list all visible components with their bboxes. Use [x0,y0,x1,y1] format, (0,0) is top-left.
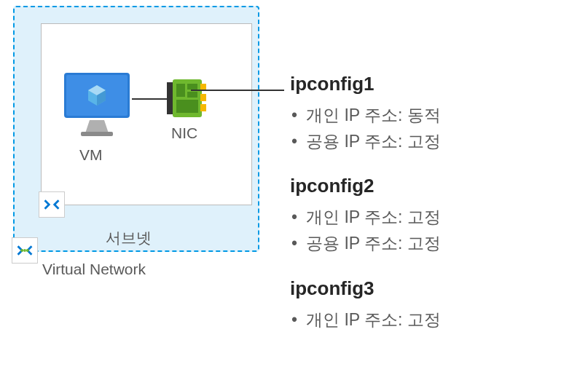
ipconfig2-item: 공용 IP 주소: 고정 [290,231,441,257]
svg-point-16 [20,249,23,252]
svg-point-18 [26,249,29,252]
svg-rect-11 [187,92,197,98]
ipconfig2-title: ipconfig2 [290,175,441,197]
vm-nic-connector [132,98,168,100]
svg-rect-9 [176,84,185,97]
vnet-icon [12,237,38,264]
ipconfig3-list: 개인 IP 주소: 고정 [290,307,441,333]
ipconfig2-item: 개인 IP 주소: 고정 [290,205,441,231]
svg-rect-10 [187,84,197,90]
svg-rect-3 [81,132,113,136]
ipconfig3-item: 개인 IP 주소: 고정 [290,307,441,333]
ipconfig1-item: 공용 IP 주소: 고정 [290,129,441,155]
ipconfig1-item: 개인 IP 주소: 동적 [290,103,441,129]
subnet-box: VM NIC 서브넷 [41,23,252,205]
svg-marker-2 [85,120,109,133]
ipconfig3-title: ipconfig3 [290,277,441,300]
nic-label: NIC [171,124,197,142]
svg-point-17 [23,249,26,252]
nic-config-connector [191,90,284,91]
ipconfig1-list: 개인 IP 주소: 동적 공용 IP 주소: 고정 [290,103,441,154]
ipconfig2-list: 개인 IP 주소: 고정 공용 IP 주소: 고정 [290,205,441,256]
ipconfig2-block: ipconfig2 개인 IP 주소: 고정 공용 IP 주소: 고정 [290,175,441,256]
vm-label: VM [79,146,103,164]
ipconfig1-block: ipconfig1 개인 IP 주소: 동적 공용 IP 주소: 고정 [290,73,441,154]
ipconfig1-title: ipconfig1 [290,73,441,95]
ipconfig-panel: ipconfig1 개인 IP 주소: 동적 공용 IP 주소: 고정 ipco… [290,73,441,353]
subnet-icon [39,191,65,218]
virtual-network-box: VM NIC 서브넷 [13,6,259,252]
subnet-label: 서브넷 [106,228,152,248]
svg-rect-14 [200,94,206,101]
vm-icon [60,69,133,142]
vnet-label: Virtual Network [42,261,146,278]
svg-rect-15 [200,104,206,111]
svg-rect-12 [176,100,198,113]
svg-rect-7 [167,82,173,114]
ipconfig3-block: ipconfig3 개인 IP 주소: 고정 [290,277,441,333]
nic-icon [165,76,209,120]
